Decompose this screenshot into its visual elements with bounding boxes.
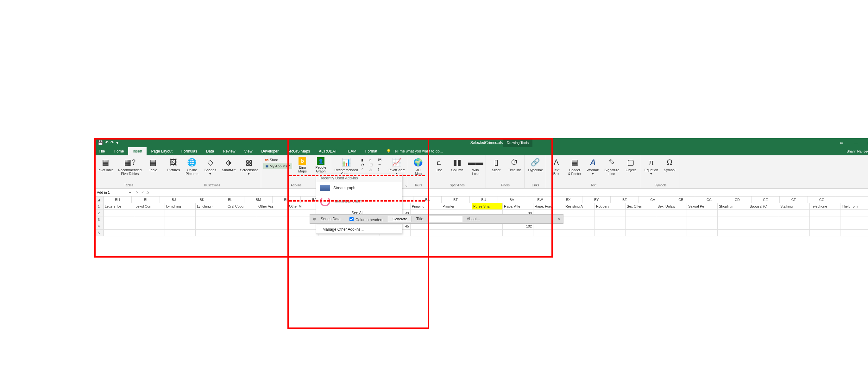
column-header[interactable]: CF — [780, 196, 808, 203]
name-box-input[interactable] — [96, 190, 120, 195]
name-box-dropdown-icon[interactable]: ▾ — [129, 190, 131, 195]
cell[interactable] — [103, 210, 134, 216]
cell[interactable] — [503, 230, 533, 236]
cell[interactable] — [257, 210, 288, 216]
cell[interactable] — [564, 230, 595, 236]
cell[interactable] — [656, 210, 687, 216]
tab-developer[interactable]: Developer — [257, 147, 283, 155]
symbol-button[interactable]: ΩSymbol — [661, 156, 678, 172]
user-name[interactable]: Shalin Hai-Jew — [846, 149, 868, 153]
cell[interactable]: Telephone — [810, 203, 840, 210]
cell[interactable] — [196, 223, 226, 229]
cell[interactable] — [564, 223, 595, 229]
cell[interactable] — [134, 230, 165, 236]
equation-button[interactable]: πEquation▾ — [643, 156, 659, 176]
column-header[interactable]: CE — [751, 196, 780, 203]
cell[interactable] — [134, 210, 165, 216]
cell[interactable]: Sexual Pe — [687, 203, 718, 210]
cell[interactable]: Prowler — [441, 203, 472, 210]
cell[interactable] — [196, 210, 226, 216]
cell[interactable] — [410, 230, 441, 236]
cell[interactable]: Letters, Le — [103, 203, 134, 210]
cell[interactable]: Oral Copu — [226, 203, 257, 210]
cell[interactable]: Lymching — [165, 203, 196, 210]
cell[interactable] — [226, 230, 257, 236]
cell[interactable] — [288, 223, 318, 229]
cell[interactable] — [748, 230, 779, 236]
tab-review[interactable]: Review — [218, 147, 240, 155]
column-header[interactable]: CC — [695, 196, 723, 203]
cell[interactable] — [564, 216, 595, 223]
cell[interactable] — [103, 230, 134, 236]
addin-radial-bar[interactable]: Radial Bar Chart — [316, 194, 402, 209]
slicer-button[interactable]: ▯Slicer — [488, 156, 504, 172]
cell[interactable]: Rape, Forc — [533, 203, 564, 210]
cell[interactable] — [103, 223, 134, 229]
cell[interactable] — [718, 223, 748, 229]
column-headers-checkbox[interactable]: Column headers — [348, 216, 383, 222]
tell-me-input[interactable]: 💡Tell me what you want to do... — [386, 149, 443, 153]
undo-icon[interactable]: ↶ — [105, 140, 108, 145]
cell[interactable]: Sex Offen — [625, 203, 656, 210]
cell[interactable]: Sex, Unlaw — [656, 203, 687, 210]
tab-home[interactable]: Home — [109, 147, 128, 155]
tab-insert[interactable]: Insert — [128, 147, 147, 155]
cell[interactable] — [779, 210, 810, 216]
resize-handle-icon[interactable]: ○ — [558, 217, 560, 221]
cell[interactable]: Lynching - — [196, 203, 226, 210]
cell[interactable] — [595, 210, 625, 216]
row-header[interactable]: 2 — [94, 210, 103, 216]
cell[interactable] — [441, 223, 472, 229]
column-header[interactable]: CB — [667, 196, 695, 203]
pivottable-button[interactable]: ▦PivotTable — [96, 156, 115, 172]
column-header[interactable]: BS — [413, 196, 442, 203]
pictures-button[interactable]: 🖼Pictures — [165, 156, 182, 172]
wordart-button[interactable]: AWordArt▾ — [585, 156, 601, 176]
cell[interactable] — [748, 210, 779, 216]
title-input[interactable] — [429, 216, 463, 222]
column-header[interactable]: BJ — [160, 196, 188, 203]
chart-combo-icon[interactable]: ⫿ — [378, 167, 385, 172]
chart-line-icon[interactable]: ⩍ — [369, 158, 377, 162]
sparkline-column-button[interactable]: ▮▮Column — [449, 156, 465, 172]
minimize-icon[interactable]: — — [850, 138, 862, 147]
cell[interactable] — [288, 230, 318, 236]
cell[interactable] — [810, 230, 840, 236]
chart-surface-icon[interactable]: ◬ — [369, 167, 377, 172]
select-all-cell[interactable]: ◢ — [94, 196, 103, 203]
qat-more-icon[interactable]: ▾ — [116, 140, 118, 145]
sparkline-line-button[interactable]: ⩍Line — [431, 156, 447, 172]
cell[interactable] — [533, 223, 564, 229]
cell[interactable] — [625, 223, 656, 229]
row-header[interactable]: 1 — [94, 203, 103, 210]
cell[interactable] — [625, 210, 656, 216]
online-pictures-button[interactable]: 🌐Online Pictures — [184, 156, 200, 176]
column-header[interactable]: BZ — [611, 196, 639, 203]
cell[interactable]: Other M — [288, 203, 318, 210]
column-header[interactable]: CG — [808, 196, 836, 203]
cell[interactable]: Pimping — [410, 203, 441, 210]
tab-file[interactable]: File — [94, 147, 109, 155]
table-button[interactable]: ▤Table — [145, 156, 161, 172]
cell[interactable] — [165, 210, 196, 216]
column-header[interactable]: BV — [498, 196, 526, 203]
cell[interactable] — [134, 223, 165, 229]
cell[interactable] — [718, 216, 748, 223]
cell[interactable] — [410, 223, 441, 229]
cell[interactable]: Resisting A — [564, 203, 595, 210]
cell[interactable]: Spousal (C — [748, 203, 779, 210]
cell[interactable] — [656, 216, 687, 223]
enter-formula-icon[interactable]: ✓ — [141, 190, 144, 195]
recommended-charts-button[interactable]: 📊Recommended Charts — [333, 156, 359, 176]
cell[interactable]: Lewd Con — [134, 203, 165, 210]
tab-view[interactable]: View — [240, 147, 257, 155]
column-header[interactable]: BN — [273, 196, 301, 203]
3d-map-button[interactable]: 🌍3D Map — [410, 156, 426, 176]
bing-maps-button[interactable]: bBing Maps — [294, 156, 311, 173]
cell[interactable] — [441, 230, 472, 236]
row-header[interactable]: 3 — [94, 216, 103, 223]
cell[interactable] — [656, 230, 687, 236]
cell[interactable]: Other Ass — [257, 203, 288, 210]
cell[interactable] — [595, 216, 625, 223]
cell[interactable] — [134, 216, 165, 223]
